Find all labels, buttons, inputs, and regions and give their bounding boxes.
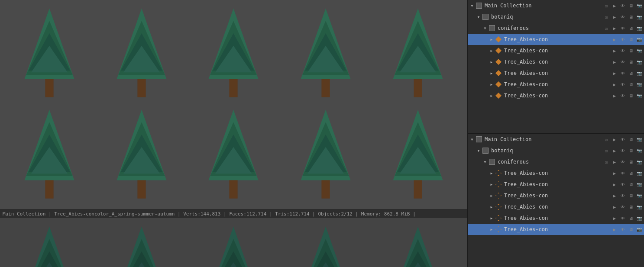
chevron-right-icon[interactable]: ▶: [489, 193, 494, 198]
outliner-row-tree5-top[interactable]: ▶ Tree_Abies-con ▶ 👁 🖥 📷: [468, 79, 644, 90]
screen-icon[interactable]: 🖥: [628, 3, 634, 9]
checkbox-icon[interactable]: ☑: [603, 14, 609, 20]
screen-icon[interactable]: 🖥: [628, 193, 634, 199]
checkbox-icon[interactable]: ☑: [603, 25, 609, 31]
chevron-down-icon[interactable]: ▼: [469, 137, 475, 142]
camera-icon[interactable]: 📷: [636, 48, 642, 54]
eye-icon[interactable]: 👁: [620, 36, 626, 42]
arrow-icon[interactable]: ▶: [612, 215, 618, 221]
arrow-icon[interactable]: ▶: [612, 93, 618, 99]
screen-icon[interactable]: 🖥: [628, 93, 634, 99]
arrow-icon[interactable]: ▶: [612, 48, 618, 54]
screen-icon[interactable]: 🖥: [628, 215, 634, 221]
camera-icon[interactable]: 📷: [636, 148, 642, 154]
eye-icon[interactable]: 👁: [620, 81, 626, 87]
screen-icon[interactable]: 🖥: [628, 70, 634, 76]
eye-icon[interactable]: 👁: [620, 48, 626, 54]
outliner-row-coniferous-top[interactable]: ▼ coniferous ☑ ▶ 👁 🖥 📷: [468, 23, 644, 34]
chevron-right-icon[interactable]: ▶: [489, 93, 494, 98]
screen-icon[interactable]: 🖥: [628, 148, 634, 154]
arrow-icon[interactable]: ▶: [612, 226, 618, 232]
camera-icon[interactable]: 📷: [636, 25, 642, 31]
chevron-right-icon[interactable]: ▶: [489, 170, 494, 176]
outliner-row-tree2-top[interactable]: ▶ Tree_Abies-con ▶ 👁 🖥 📷: [468, 45, 644, 56]
screen-icon[interactable]: 🖥: [628, 59, 634, 65]
arrow-icon[interactable]: ▶: [612, 193, 618, 199]
chevron-down-icon[interactable]: ▼: [469, 3, 475, 8]
viewport-bottom[interactable]: [0, 218, 467, 267]
outliner-row-tree3-top[interactable]: ▶ Tree_Abies-con ▶ 👁 🖥 📷: [468, 56, 644, 68]
outliner-row-tree1-top[interactable]: ▶ Tree_Abies-con ▶ 👁 🖥 📷: [468, 34, 644, 45]
outliner-row-coniferous-bot[interactable]: ▼ coniferous ☑ ▶ 👁 🖥 📷: [468, 156, 644, 167]
outliner-row-main-collection-top[interactable]: ▼ Main Collection ☑ ▶ 👁 🖥 📷: [468, 0, 644, 11]
chevron-down-icon[interactable]: ▼: [482, 159, 488, 164]
eye-icon[interactable]: 👁: [620, 159, 626, 165]
camera-icon[interactable]: 📷: [636, 215, 642, 221]
outliner-row-botaniq-bot[interactable]: ▼ botaniq ☑ ▶ 👁 🖥 📷: [468, 145, 644, 156]
camera-icon[interactable]: 📷: [636, 159, 642, 165]
arrow-icon[interactable]: ▶: [612, 81, 618, 87]
camera-icon[interactable]: 📷: [636, 204, 642, 210]
chevron-right-icon[interactable]: ▶: [489, 227, 494, 232]
arrow-icon[interactable]: ▶: [612, 159, 618, 165]
checkbox-icon[interactable]: ☑: [603, 148, 609, 154]
checkbox-icon[interactable]: ☑: [603, 136, 609, 142]
eye-icon[interactable]: 👁: [620, 70, 626, 76]
eye-icon[interactable]: 👁: [620, 59, 626, 65]
camera-icon[interactable]: 📷: [636, 59, 642, 65]
arrow-icon[interactable]: ▶: [612, 25, 618, 31]
camera-icon[interactable]: 📷: [636, 70, 642, 76]
eye-icon[interactable]: 👁: [620, 170, 626, 176]
arrow-icon[interactable]: ▶: [612, 36, 618, 42]
chevron-right-icon[interactable]: ▶: [489, 37, 494, 42]
arrow-icon[interactable]: ▶: [612, 204, 618, 210]
camera-icon[interactable]: 📷: [636, 193, 642, 199]
screen-icon[interactable]: 🖥: [628, 48, 634, 54]
outliner-row-inst1-bot[interactable]: ▶ Tree_Abies-con ▶ 👁 🖥 📷: [468, 167, 644, 179]
eye-icon[interactable]: 👁: [620, 3, 626, 9]
camera-icon[interactable]: 📷: [636, 36, 642, 42]
outliner-row-inst3-bot[interactable]: ▶ Tree_Abies-con ▶ 👁 🖥 📷: [468, 190, 644, 201]
arrow-icon[interactable]: ▶: [612, 170, 618, 176]
chevron-right-icon[interactable]: ▶: [489, 182, 494, 187]
camera-icon[interactable]: 📷: [636, 136, 642, 142]
screen-icon[interactable]: 🖥: [628, 204, 634, 210]
eye-icon[interactable]: 👁: [620, 181, 626, 187]
camera-icon[interactable]: 📷: [636, 81, 642, 87]
arrow-icon[interactable]: ▶: [612, 70, 618, 76]
eye-icon[interactable]: 👁: [620, 204, 626, 210]
chevron-right-icon[interactable]: ▶: [489, 216, 494, 221]
outliner-row-tree4-top[interactable]: ▶ Tree_Abies-con ▶ 👁 🖥 📷: [468, 68, 644, 79]
chevron-down-icon[interactable]: ▼: [476, 14, 481, 19]
arrow-icon[interactable]: ▶: [612, 59, 618, 65]
outliner-row-inst6-bot[interactable]: ▶ Tree_Abies-con ▶ 👁 🖥 📷: [468, 224, 644, 235]
outliner-row-inst4-bot[interactable]: ▶ Tree_Abies-con ▶ 👁 🖥 📷: [468, 201, 644, 212]
arrow-icon[interactable]: ▶: [612, 148, 618, 154]
screen-icon[interactable]: 🖥: [628, 181, 634, 187]
camera-icon[interactable]: 📷: [636, 93, 642, 99]
checkbox-icon[interactable]: ☑: [603, 159, 609, 165]
camera-icon[interactable]: 📷: [636, 170, 642, 176]
chevron-right-icon[interactable]: ▶: [489, 59, 494, 64]
outliner-row-botaniq-top[interactable]: ▼ botaniq ☑ ▶ 👁 🖥 📷: [468, 11, 644, 23]
screen-icon[interactable]: 🖥: [628, 81, 634, 87]
camera-icon[interactable]: 📷: [636, 226, 642, 232]
checkbox-icon[interactable]: ☑: [603, 3, 609, 9]
screen-icon[interactable]: 🖥: [628, 226, 634, 232]
arrow-icon[interactable]: ▶: [612, 181, 618, 187]
arrow-icon[interactable]: ▶: [612, 14, 618, 20]
chevron-down-icon[interactable]: ▼: [476, 148, 481, 153]
eye-icon[interactable]: 👁: [620, 193, 626, 199]
eye-icon[interactable]: 👁: [620, 25, 626, 31]
camera-icon[interactable]: 📷: [636, 181, 642, 187]
screen-icon[interactable]: 🖥: [628, 14, 634, 20]
viewport-top[interactable]: [0, 0, 467, 209]
screen-icon[interactable]: 🖥: [628, 159, 634, 165]
eye-icon[interactable]: 👁: [620, 226, 626, 232]
eye-icon[interactable]: 👁: [620, 148, 626, 154]
outliner-row-inst5-bot[interactable]: ▶ Tree_Abies-con ▶ 👁 🖥 📷: [468, 212, 644, 224]
camera-icon[interactable]: 📷: [636, 14, 642, 20]
eye-icon[interactable]: 👁: [620, 14, 626, 20]
screen-icon[interactable]: 🖥: [628, 170, 634, 176]
screen-icon[interactable]: 🖥: [628, 136, 634, 142]
